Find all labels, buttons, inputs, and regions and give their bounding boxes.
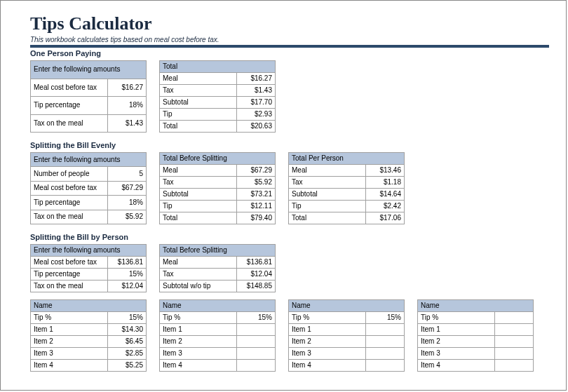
table-row: Item 2$6.45	[31, 336, 147, 348]
table-row: Item 2	[160, 336, 276, 348]
person-item-value[interactable]: $6.45	[108, 336, 147, 348]
table-row: Item 4	[160, 360, 276, 372]
person-item-value[interactable]	[495, 336, 534, 348]
per-tax-label: Tax	[289, 177, 366, 189]
per-subtotal-label: Subtotal	[289, 189, 366, 201]
table-row: Item 3	[289, 348, 405, 360]
section2-input-header: Enter the following amounts	[31, 153, 147, 167]
per-meal-label: Meal	[289, 165, 366, 177]
table-row: Meal$16.27	[160, 73, 276, 85]
person-item-label: Item 2	[418, 336, 495, 348]
person-name-header[interactable]: Name	[289, 300, 405, 312]
person-tip-value[interactable]: 15%	[108, 312, 147, 324]
section3-persons-row: NameTip %15%Item 1$14.30Item 2$6.45Item …	[30, 299, 566, 372]
table-row: Item 4$5.25	[31, 360, 147, 372]
before3-subtotal-label: Subtotal w/o tip	[160, 281, 237, 292]
section2-per-table: Total Per Person Meal$13.46 Tax$1.18 Sub…	[288, 152, 405, 224]
table-row: Total$20.63	[160, 121, 276, 133]
person-item-value[interactable]: $14.30	[108, 324, 147, 336]
num-people-value[interactable]: 5	[108, 167, 147, 181]
tip-pct-value[interactable]: 18%	[108, 97, 147, 115]
section2-before-header: Total Before Splitting	[160, 153, 276, 165]
per-total-label: Total	[289, 212, 366, 224]
meal-cost-label: Meal cost before tax	[31, 79, 108, 97]
tax2-value[interactable]: $5.92	[108, 210, 147, 224]
before3-meal-label: Meal	[160, 257, 237, 269]
tip-pct-label: Tip percentage	[31, 97, 108, 115]
person-item-label: Item 4	[160, 360, 237, 372]
table-row: Item 3	[160, 348, 276, 360]
person-item-value[interactable]	[366, 360, 405, 372]
section1-title: One Person Paying	[30, 49, 566, 58]
table-row: Tax$1.43	[160, 85, 276, 97]
person-item-value[interactable]: $5.25	[108, 360, 147, 372]
table-row: Item 1	[160, 324, 276, 336]
table-row: Tip$2.93	[160, 109, 276, 121]
total-total-label: Total	[160, 121, 237, 133]
table-row: Subtotal$14.64	[289, 189, 405, 201]
table-row: Item 2	[418, 336, 534, 348]
section2-per-header: Total Per Person	[289, 153, 405, 165]
person-item-label: Item 3	[31, 348, 108, 360]
section3-input-table: Enter the following amounts Meal cost be…	[30, 244, 147, 292]
section2-input-table: Enter the following amounts Number of pe…	[30, 152, 147, 224]
section3-before-header: Total Before Splitting	[160, 245, 276, 257]
tax-label: Tax on the meal	[31, 114, 108, 133]
person-item-value[interactable]	[495, 360, 534, 372]
tip-pct2-value[interactable]: 18%	[108, 196, 147, 210]
person-item-value[interactable]	[366, 324, 405, 336]
person-tip-value[interactable]	[495, 312, 534, 324]
meal-cost-value[interactable]: $16.27	[108, 79, 147, 97]
tip-pct3-value[interactable]: 15%	[108, 269, 147, 281]
meal-cost3-label: Meal cost before tax	[31, 257, 108, 269]
person-item-value[interactable]	[237, 336, 276, 348]
person-item-value[interactable]	[237, 324, 276, 336]
table-row: Item 1	[289, 324, 405, 336]
person-table: NameTip %15%Item 1$14.30Item 2$6.45Item …	[30, 299, 147, 372]
table-row: Tip percentage18%	[31, 196, 147, 210]
person-item-value[interactable]	[366, 336, 405, 348]
person-item-value[interactable]: $2.85	[108, 348, 147, 360]
person-tip-label: Tip %	[31, 312, 108, 324]
person-item-value[interactable]	[495, 348, 534, 360]
table-row: Subtotal$73.21	[160, 189, 276, 201]
table-row: Item 3	[418, 348, 534, 360]
person-name-header[interactable]: Name	[31, 300, 147, 312]
page-title: Tips Calculator	[30, 13, 566, 34]
tip-pct3-label: Tip percentage	[31, 269, 108, 281]
person-item-value[interactable]	[495, 324, 534, 336]
meal-cost2-value[interactable]: $67.29	[108, 181, 147, 195]
meal-cost2-label: Meal cost before tax	[31, 181, 108, 195]
table-row: Meal cost before tax$136.81	[31, 257, 147, 269]
person-item-value[interactable]	[237, 348, 276, 360]
meal-cost3-value[interactable]: $136.81	[108, 257, 147, 269]
tip-pct2-label: Tip percentage	[31, 196, 108, 210]
person-item-value[interactable]	[366, 348, 405, 360]
table-row: Tip percentage15%	[31, 269, 147, 281]
person-item-value[interactable]	[237, 360, 276, 372]
per-meal-value: $13.46	[366, 165, 405, 177]
table-row: Meal$13.46	[289, 165, 405, 177]
table-row: Item 4	[289, 360, 405, 372]
before3-subtotal-value: $148.85	[237, 281, 276, 292]
person-tip-value[interactable]: 15%	[366, 312, 405, 324]
table-row: Tip %15%	[289, 312, 405, 324]
person-item-label: Item 2	[31, 336, 108, 348]
before-total-value: $79.40	[237, 212, 276, 224]
table-row: Tip percentage18%	[31, 97, 147, 115]
person-name-header[interactable]: Name	[160, 300, 276, 312]
person-tip-value[interactable]: 15%	[237, 312, 276, 324]
total-tip-label: Tip	[160, 109, 237, 121]
section3-title: Splitting the Bill by Person	[30, 233, 566, 241]
table-row: Item 1	[418, 324, 534, 336]
per-tip-label: Tip	[289, 201, 366, 212]
table-row: Tip$12.11	[160, 201, 276, 212]
tax-value[interactable]: $1.43	[108, 114, 147, 133]
table-row: Subtotal$17.70	[160, 97, 276, 109]
total-subtotal-label: Subtotal	[160, 97, 237, 109]
table-row: Tax$5.92	[160, 177, 276, 189]
person-name-header[interactable]: Name	[418, 300, 534, 312]
total-tip-value: $2.93	[237, 109, 276, 121]
total-meal-label: Meal	[160, 73, 237, 85]
tax3-value[interactable]: $12.04	[108, 281, 147, 292]
